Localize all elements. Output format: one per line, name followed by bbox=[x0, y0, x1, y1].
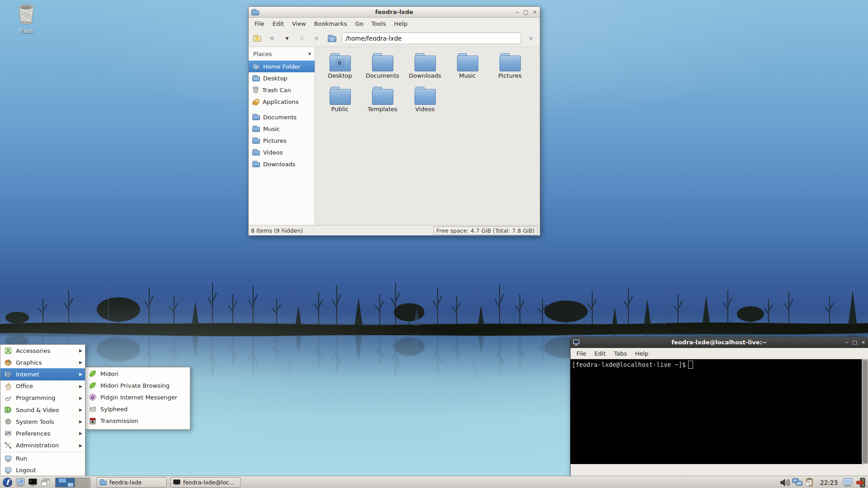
back-icon[interactable]: « bbox=[267, 33, 277, 43]
folder-icon bbox=[252, 114, 260, 120]
submenu-item-midori-private[interactable]: Midori Private Browsing bbox=[85, 380, 190, 391]
menu-item-logout[interactable]: Logout bbox=[0, 465, 85, 476]
fm-places-pane: Places ▾ ⌂ Home Folder ▫▫ Desktop bbox=[249, 47, 315, 225]
workspace-1[interactable] bbox=[56, 478, 75, 487]
fm-maximize-button[interactable]: □ bbox=[524, 9, 528, 15]
terminal-icon bbox=[28, 478, 38, 487]
workspace-2[interactable] bbox=[75, 478, 90, 487]
fm-close-button[interactable]: × bbox=[533, 9, 537, 15]
folder-item-templates[interactable]: Templates bbox=[361, 86, 404, 119]
terminal-menu-file[interactable]: File bbox=[572, 348, 590, 359]
terminal-titlebar[interactable]: feodra-lxde@localhost-live:~ ‒ □ × bbox=[571, 337, 868, 348]
folder-item-desktop[interactable]: D Desktop bbox=[319, 52, 361, 86]
midori-icon bbox=[89, 370, 96, 378]
terminal-launcher[interactable] bbox=[27, 477, 38, 488]
jump-to-path-icon[interactable]: » bbox=[526, 33, 536, 43]
fm-menu-go[interactable]: Go bbox=[351, 19, 367, 29]
terminal-menu-tabs[interactable]: Tabs bbox=[610, 348, 631, 359]
computer-icon bbox=[15, 478, 25, 488]
run-icon bbox=[4, 455, 12, 462]
path-input[interactable] bbox=[342, 33, 521, 44]
menu-item-internet[interactable]: Internet ▶ bbox=[0, 368, 85, 380]
desktop-icon-trash[interactable]: Trash bbox=[10, 4, 42, 34]
fm-minimize-button[interactable]: ‒ bbox=[516, 9, 519, 15]
folder-item-downloads[interactable]: Downloads bbox=[404, 52, 446, 86]
folder-item-public[interactable]: Public bbox=[319, 86, 361, 119]
fm-menu-file[interactable]: File bbox=[250, 19, 269, 29]
folder-item-documents[interactable]: Documents bbox=[361, 52, 404, 86]
taskbar-task-file-manager[interactable]: feodra-lxde bbox=[97, 477, 167, 488]
menu-item-preferences[interactable]: Preferences ▶ bbox=[0, 427, 85, 439]
terminal-menu-edit[interactable]: Edit bbox=[590, 348, 610, 359]
terminal-scrollbar[interactable] bbox=[862, 359, 868, 464]
home-icon[interactable]: ⌂ bbox=[327, 33, 337, 43]
shell-prompt: [feodra-lxde@localhost-live ~]$ bbox=[572, 361, 686, 368]
sidebar-item-desktop[interactable]: ▫▫ Desktop bbox=[249, 72, 315, 84]
fm-icon-view[interactable]: D Desktop Documents Downloads Music bbox=[315, 47, 540, 225]
fm-menu-tools[interactable]: Tools bbox=[367, 19, 390, 29]
terminal-maximize-button[interactable]: □ bbox=[852, 340, 857, 345]
terminal-menu-help[interactable]: Help bbox=[631, 348, 653, 359]
menu-item-graphics[interactable]: Graphics ▶ bbox=[0, 357, 85, 368]
sidebar-item-videos[interactable]: Videos bbox=[249, 146, 315, 158]
network-icon[interactable] bbox=[792, 477, 803, 488]
forward-icon[interactable]: » bbox=[297, 33, 307, 43]
sidebar-item-music[interactable]: Music bbox=[249, 123, 315, 135]
terminal-minimize-button[interactable]: ‒ bbox=[845, 340, 848, 345]
administration-icon bbox=[4, 441, 12, 449]
submenu-item-transmission[interactable]: Transmission bbox=[85, 415, 190, 427]
menu-item-administration[interactable]: Administration ▶ bbox=[0, 440, 85, 451]
terminal-screen[interactable]: [feodra-lxde@localhost-live ~]$ bbox=[571, 359, 868, 464]
sidebar-item-downloads[interactable]: Downloads bbox=[249, 158, 315, 170]
menu-item-run[interactable]: Run bbox=[0, 453, 85, 465]
submenu-item-pidgin[interactable]: Pidgin Internet Messenger bbox=[85, 391, 190, 403]
history-dropdown-icon[interactable]: ▾ bbox=[282, 33, 292, 43]
fm-menu-edit[interactable]: Edit bbox=[269, 19, 288, 29]
sidebar-item-documents[interactable]: Documents bbox=[249, 111, 315, 123]
places-selector[interactable]: Places ▾ bbox=[249, 47, 315, 61]
folder-item-pictures[interactable]: Pictures bbox=[489, 52, 531, 86]
new-tab-icon[interactable]: ★ bbox=[252, 33, 262, 43]
fm-menu-view[interactable]: View bbox=[288, 19, 310, 29]
submenu-arrow-icon: ▶ bbox=[79, 396, 82, 400]
menu-item-system-tools[interactable]: System Tools ▶ bbox=[0, 416, 85, 427]
fm-titlebar[interactable]: feodra-lxde ‒ □ × bbox=[249, 7, 540, 18]
office-icon bbox=[4, 382, 12, 390]
taskbar-clock[interactable]: 22:23 bbox=[820, 479, 838, 486]
submenu-item-sylpheed[interactable]: Sylpheed bbox=[85, 404, 190, 415]
menu-item-office[interactable]: Office ▶ bbox=[0, 380, 85, 392]
submenu-item-midori[interactable]: Midori bbox=[85, 368, 190, 380]
menu-item-sound-video[interactable]: Sound & Video ▶ bbox=[0, 404, 85, 416]
applications-icon bbox=[252, 99, 259, 105]
graphics-icon bbox=[4, 359, 12, 366]
quit-icon[interactable] bbox=[855, 477, 866, 488]
terminal-cursor bbox=[688, 361, 693, 369]
clipboard-icon[interactable] bbox=[804, 477, 816, 488]
taskbar-task-terminal[interactable]: feodra-lxde@loc... bbox=[170, 477, 241, 488]
up-icon[interactable]: « bbox=[312, 33, 322, 43]
menu-item-accessories[interactable]: Accessories ▶ bbox=[0, 345, 85, 357]
folder-item-music[interactable]: Music bbox=[446, 52, 489, 86]
volume-icon[interactable] bbox=[779, 477, 790, 488]
scrollbar-thumb[interactable] bbox=[863, 360, 867, 463]
preferences-icon bbox=[4, 430, 12, 437]
file-manager-launcher[interactable] bbox=[14, 477, 26, 488]
folder-icon bbox=[252, 161, 260, 167]
submenu-arrow-icon: ▶ bbox=[79, 384, 82, 389]
screen-lock-icon[interactable] bbox=[842, 477, 854, 488]
fm-menu-help[interactable]: Help bbox=[390, 19, 412, 29]
sidebar-item-pictures[interactable]: Pictures bbox=[249, 135, 315, 146]
folder-item-videos[interactable]: Videos bbox=[404, 86, 446, 119]
terminal-menubar: File Edit Tabs Help bbox=[571, 348, 868, 359]
terminal-close-button[interactable]: × bbox=[861, 340, 865, 345]
sidebar-item-applications[interactable]: Applications bbox=[249, 96, 315, 108]
sidebar-item-home[interactable]: ⌂ Home Folder bbox=[249, 61, 315, 72]
start-menu-button[interactable]: f bbox=[2, 477, 13, 488]
menu-item-programming[interactable]: Programming ▶ bbox=[0, 392, 85, 404]
transmission-icon bbox=[89, 417, 96, 425]
fm-menu-bookmarks[interactable]: Bookmarks bbox=[310, 19, 351, 29]
minimize-all-button[interactable] bbox=[40, 477, 51, 488]
workspace-pager[interactable] bbox=[55, 478, 90, 488]
folder-icon bbox=[372, 87, 393, 105]
sidebar-item-trash[interactable]: Trash Can bbox=[249, 84, 315, 96]
